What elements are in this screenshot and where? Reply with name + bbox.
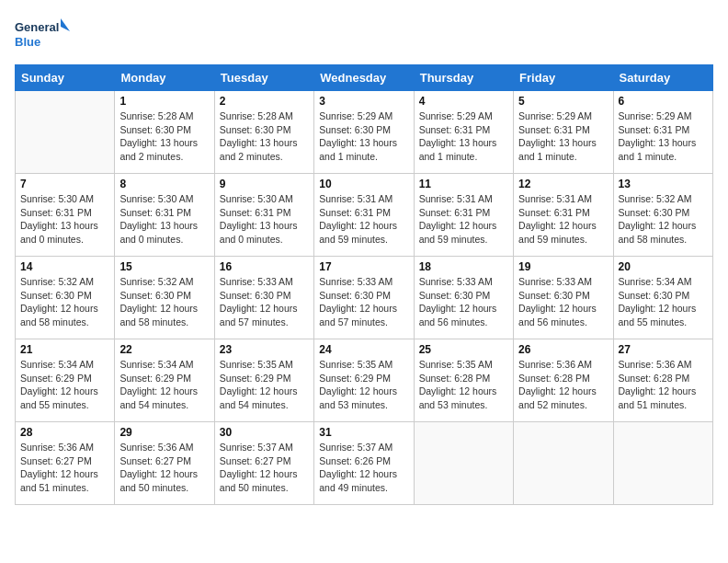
day-info: Sunrise: 5:31 AM Sunset: 6:31 PM Dayligh… (518, 192, 608, 247)
day-number: 23 (220, 343, 309, 356)
svg-text:General: General (15, 20, 59, 34)
day-number: 3 (319, 95, 408, 108)
day-info: Sunrise: 5:36 AM Sunset: 6:28 PM Dayligh… (619, 358, 708, 412)
day-info: Sunrise: 5:32 AM Sunset: 6:30 PM Dayligh… (619, 192, 708, 247)
calendar-day-cell: 20Sunrise: 5:34 AM Sunset: 6:30 PM Dayli… (613, 257, 712, 339)
calendar-day-cell: 5Sunrise: 5:29 AM Sunset: 6:31 PM Daylig… (514, 91, 613, 174)
calendar-day-cell: 28Sunrise: 5:36 AM Sunset: 6:27 PM Dayli… (16, 422, 115, 505)
calendar-header-row: SundayMondayTuesdayWednesdayThursdayFrid… (16, 65, 713, 91)
calendar-day-cell: 7Sunrise: 5:30 AM Sunset: 6:31 PM Daylig… (16, 174, 115, 257)
day-number: 6 (619, 95, 708, 108)
day-number: 13 (619, 178, 708, 190)
day-info: Sunrise: 5:31 AM Sunset: 6:31 PM Dayligh… (319, 192, 408, 247)
day-number: 18 (419, 260, 508, 273)
day-info: Sunrise: 5:36 AM Sunset: 6:28 PM Dayligh… (518, 358, 608, 412)
calendar-day-cell: 1Sunrise: 5:28 AM Sunset: 6:30 PM Daylig… (115, 91, 214, 174)
svg-text:Blue: Blue (15, 35, 40, 49)
calendar-day-cell: 31Sunrise: 5:37 AM Sunset: 6:26 PM Dayli… (314, 422, 414, 505)
day-info: Sunrise: 5:28 AM Sunset: 6:30 PM Dayligh… (220, 109, 309, 164)
calendar-week-row: 28Sunrise: 5:36 AM Sunset: 6:27 PM Dayli… (16, 422, 713, 505)
day-number: 29 (119, 426, 209, 439)
day-of-week-header: Saturday (613, 65, 712, 91)
calendar-day-cell: 22Sunrise: 5:34 AM Sunset: 6:29 PM Dayli… (115, 339, 214, 422)
calendar-day-cell: 11Sunrise: 5:31 AM Sunset: 6:31 PM Dayli… (414, 174, 513, 257)
day-number: 30 (220, 426, 309, 439)
day-number: 4 (419, 95, 508, 108)
svg-marker-2 (61, 18, 70, 31)
calendar-day-cell: 23Sunrise: 5:35 AM Sunset: 6:29 PM Dayli… (214, 339, 313, 422)
day-number: 26 (518, 343, 608, 356)
day-number: 31 (319, 426, 408, 439)
day-info: Sunrise: 5:34 AM Sunset: 6:30 PM Dayligh… (619, 275, 708, 329)
day-of-week-header: Tuesday (214, 65, 313, 91)
calendar-week-row: 1Sunrise: 5:28 AM Sunset: 6:30 PM Daylig… (16, 91, 713, 174)
day-number: 24 (319, 343, 408, 356)
day-info: Sunrise: 5:33 AM Sunset: 6:30 PM Dayligh… (220, 275, 309, 329)
day-info: Sunrise: 5:37 AM Sunset: 6:27 PM Dayligh… (220, 441, 309, 495)
day-info: Sunrise: 5:33 AM Sunset: 6:30 PM Dayligh… (319, 275, 408, 329)
day-info: Sunrise: 5:29 AM Sunset: 6:31 PM Dayligh… (619, 109, 708, 164)
day-info: Sunrise: 5:34 AM Sunset: 6:29 PM Dayligh… (119, 358, 209, 412)
calendar-week-row: 21Sunrise: 5:34 AM Sunset: 6:29 PM Dayli… (16, 339, 713, 422)
day-number: 20 (619, 260, 708, 273)
day-info: Sunrise: 5:33 AM Sunset: 6:30 PM Dayligh… (419, 275, 508, 329)
day-number: 25 (419, 343, 508, 356)
calendar-day-cell: 27Sunrise: 5:36 AM Sunset: 6:28 PM Dayli… (613, 339, 712, 422)
day-info: Sunrise: 5:33 AM Sunset: 6:30 PM Dayligh… (518, 275, 608, 329)
day-number: 12 (518, 178, 608, 190)
calendar-day-cell: 18Sunrise: 5:33 AM Sunset: 6:30 PM Dayli… (414, 257, 513, 339)
day-info: Sunrise: 5:32 AM Sunset: 6:30 PM Dayligh… (20, 275, 109, 329)
calendar-day-cell (613, 422, 712, 505)
day-number: 10 (319, 178, 408, 190)
calendar-day-cell (16, 91, 115, 174)
day-info: Sunrise: 5:29 AM Sunset: 6:31 PM Dayligh… (518, 109, 608, 164)
calendar-day-cell: 13Sunrise: 5:32 AM Sunset: 6:30 PM Dayli… (613, 174, 712, 257)
day-info: Sunrise: 5:30 AM Sunset: 6:31 PM Dayligh… (20, 192, 109, 247)
day-number: 21 (20, 343, 109, 356)
day-info: Sunrise: 5:36 AM Sunset: 6:27 PM Dayligh… (20, 441, 109, 495)
calendar-day-cell: 15Sunrise: 5:32 AM Sunset: 6:30 PM Dayli… (115, 257, 214, 339)
day-info: Sunrise: 5:30 AM Sunset: 6:31 PM Dayligh… (119, 192, 209, 247)
day-info: Sunrise: 5:35 AM Sunset: 6:29 PM Dayligh… (319, 358, 408, 412)
calendar-day-cell: 8Sunrise: 5:30 AM Sunset: 6:31 PM Daylig… (115, 174, 214, 257)
day-number: 7 (20, 178, 109, 190)
calendar-day-cell: 12Sunrise: 5:31 AM Sunset: 6:31 PM Dayli… (514, 174, 613, 257)
day-info: Sunrise: 5:28 AM Sunset: 6:30 PM Dayligh… (119, 109, 209, 164)
calendar-day-cell: 24Sunrise: 5:35 AM Sunset: 6:29 PM Dayli… (314, 339, 414, 422)
day-number: 5 (518, 95, 608, 108)
day-number: 15 (119, 260, 209, 273)
day-number: 14 (20, 260, 109, 273)
page-header: General Blue (15, 15, 713, 53)
day-number: 1 (119, 95, 209, 108)
calendar-table: SundayMondayTuesdayWednesdayThursdayFrid… (15, 64, 713, 505)
calendar-day-cell: 21Sunrise: 5:34 AM Sunset: 6:29 PM Dayli… (16, 339, 115, 422)
calendar-day-cell: 2Sunrise: 5:28 AM Sunset: 6:30 PM Daylig… (214, 91, 313, 174)
calendar-day-cell (414, 422, 513, 505)
logo: General Blue (15, 15, 70, 53)
day-info: Sunrise: 5:29 AM Sunset: 6:31 PM Dayligh… (419, 109, 508, 164)
calendar-week-row: 14Sunrise: 5:32 AM Sunset: 6:30 PM Dayli… (16, 257, 713, 339)
calendar-day-cell: 17Sunrise: 5:33 AM Sunset: 6:30 PM Dayli… (314, 257, 414, 339)
calendar-day-cell: 30Sunrise: 5:37 AM Sunset: 6:27 PM Dayli… (214, 422, 313, 505)
day-info: Sunrise: 5:32 AM Sunset: 6:30 PM Dayligh… (119, 275, 209, 329)
day-number: 27 (619, 343, 708, 356)
day-number: 9 (220, 178, 309, 190)
day-info: Sunrise: 5:35 AM Sunset: 6:28 PM Dayligh… (419, 358, 508, 412)
day-info: Sunrise: 5:35 AM Sunset: 6:29 PM Dayligh… (220, 358, 309, 412)
day-number: 28 (20, 426, 109, 439)
day-number: 19 (518, 260, 608, 273)
day-info: Sunrise: 5:37 AM Sunset: 6:26 PM Dayligh… (319, 441, 408, 495)
day-of-week-header: Thursday (414, 65, 513, 91)
day-of-week-header: Friday (514, 65, 613, 91)
day-number: 22 (119, 343, 209, 356)
day-number: 11 (419, 178, 508, 190)
calendar-day-cell: 29Sunrise: 5:36 AM Sunset: 6:27 PM Dayli… (115, 422, 214, 505)
day-info: Sunrise: 5:30 AM Sunset: 6:31 PM Dayligh… (220, 192, 309, 247)
day-number: 2 (220, 95, 309, 108)
day-info: Sunrise: 5:36 AM Sunset: 6:27 PM Dayligh… (119, 441, 209, 495)
calendar-day-cell: 25Sunrise: 5:35 AM Sunset: 6:28 PM Dayli… (414, 339, 513, 422)
day-of-week-header: Sunday (16, 65, 115, 91)
calendar-day-cell (514, 422, 613, 505)
day-info: Sunrise: 5:29 AM Sunset: 6:30 PM Dayligh… (319, 109, 408, 164)
day-info: Sunrise: 5:31 AM Sunset: 6:31 PM Dayligh… (419, 192, 508, 247)
